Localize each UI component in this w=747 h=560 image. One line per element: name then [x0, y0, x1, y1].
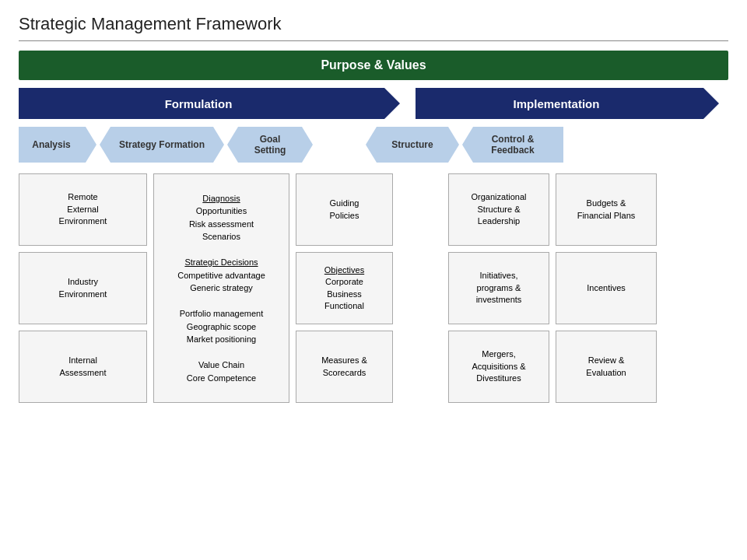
- content-grid: RemoteExternalEnvironment IndustryEnviro…: [19, 173, 728, 403]
- formulation-arrow: Formulation: [19, 88, 400, 119]
- step-analysis: Analysis: [19, 127, 96, 163]
- slide: Strategic Management Framework Purpose &…: [0, 0, 747, 560]
- box-review-evaluation: Review &Evaluation: [556, 331, 657, 403]
- step-strategy-formation: Strategy Formation: [100, 127, 224, 163]
- box-remote-external: RemoteExternalEnvironment: [19, 173, 147, 246]
- step-structure: Structure: [366, 127, 459, 163]
- box-initiatives: Initiatives,programs &investments: [448, 252, 549, 324]
- implementation-arrow: Implementation: [416, 88, 719, 119]
- title-divider: [19, 40, 728, 41]
- arrow-headers-row: Formulation Implementation: [19, 88, 728, 119]
- box-mergers: Mergers,Acquisitions &Divestitures: [448, 331, 549, 403]
- box-objectives: ObjectivesCorporateBusinessFunctional: [296, 252, 393, 324]
- page-title: Strategic Management Framework: [19, 14, 728, 34]
- box-industry-environment: IndustryEnvironment: [19, 252, 147, 324]
- box-strategy-content: Diagnosis Opportunities Risk assessment …: [153, 173, 289, 403]
- box-measures-scorecards: Measures &Scorecards: [296, 331, 393, 403]
- purpose-banner: Purpose & Values: [19, 51, 728, 80]
- step-goal-label: GoalSetting: [254, 134, 286, 156]
- box-incentives: Incentives: [556, 252, 657, 324]
- box-budgets: Budgets &Financial Plans: [556, 173, 657, 246]
- step-control-feedback: Control &Feedback: [462, 127, 563, 163]
- step-goal-setting: GoalSetting: [227, 127, 313, 163]
- box-internal-assessment: InternalAssessment: [19, 331, 147, 403]
- step-control-label: Control &Feedback: [491, 134, 534, 156]
- box-guiding-policies: GuidingPolicies: [296, 173, 393, 246]
- box-org-structure: OrganizationalStructure &Leadership: [448, 173, 549, 246]
- spacer-col: [399, 173, 442, 403]
- process-steps-row: Analysis Strategy Formation GoalSetting …: [19, 127, 728, 163]
